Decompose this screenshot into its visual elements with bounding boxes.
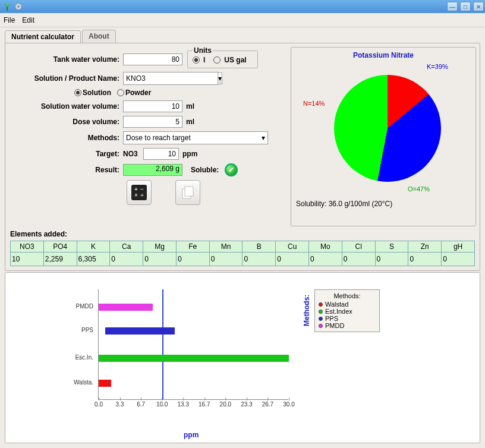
label-solution-volume-unit: ml [186, 102, 194, 111]
elements-header: S [375, 241, 408, 253]
tab-bar: Nutrient calculator About [5, 30, 480, 43]
solubility-text: Solubility: 36.0 g/100ml (20°C) [291, 197, 475, 210]
elements-cell: 0 [143, 253, 177, 266]
reference-line [162, 289, 163, 399]
methods-select[interactable]: Dose to reach target ▾ [123, 131, 268, 144]
label-target-unit: ppm [182, 150, 197, 158]
elements-header: Mn [209, 241, 242, 253]
tank-volume-input[interactable] [123, 53, 182, 65]
method-bar [99, 355, 289, 362]
radio-unit-usgal[interactable] [213, 56, 221, 64]
elements-cell: 0 [176, 253, 209, 266]
pie-label-k: K=39% [427, 63, 448, 70]
legend-swatch [319, 324, 323, 328]
composition-panel: Potassium Nitrate K=39% N=14% O=47% Solu… [291, 47, 476, 226]
menu-bar: File Edit [0, 13, 485, 27]
x-tick: 0.0 [95, 401, 103, 408]
x-tick: 10.0 [156, 401, 168, 408]
legend-label: Est.Index [325, 308, 352, 315]
product-dropdown-button[interactable]: ▾ [218, 72, 222, 84]
elements-cell: 0 [442, 253, 475, 266]
app-icon [2, 2, 12, 11]
elements-cell: 0 [209, 253, 242, 266]
methods-chart-panel: 0.03.36.710.013.316.720.023.326.730.0PMD… [5, 272, 480, 443]
methods-legend: Methods: WalstadEst.IndexPPSPMDD [314, 289, 380, 332]
legend-swatch [319, 310, 323, 314]
elements-cell: 0 [110, 253, 143, 266]
label-tank-volume: Tank water volume: [10, 55, 123, 64]
elements-cell: 0 [276, 253, 309, 266]
minimize-button[interactable]: — [447, 2, 458, 11]
product-input[interactable] [124, 72, 218, 84]
method-bar-label: PPS [70, 327, 93, 333]
label-result: Result: [10, 166, 123, 174]
svg-rect-3 [185, 187, 193, 196]
legend-item: PMDD [319, 322, 376, 329]
label-unit-l: l [203, 56, 205, 64]
radio-type-powder[interactable] [117, 89, 124, 96]
settings-icon [14, 2, 23, 11]
elements-header: B [242, 241, 276, 253]
tab-nutrient-calculator[interactable]: Nutrient calculator [5, 30, 81, 43]
elements-added-title: Elements added: [10, 230, 67, 238]
units-group: Units l US gal [187, 51, 258, 68]
legend-item: Est.Index [319, 308, 376, 315]
tab-about[interactable]: About [82, 30, 116, 43]
close-button[interactable]: ✕ [473, 2, 484, 11]
soluble-ok-icon: ✔ [225, 163, 238, 176]
elements-header: Cl [342, 241, 375, 253]
menu-edit[interactable]: Edit [22, 16, 34, 24]
label-dose-volume-unit: ml [186, 118, 194, 126]
methods-selected-value: Dose to reach target [126, 134, 191, 142]
x-tick: 3.3 [116, 401, 124, 408]
legend-label: PMDD [325, 322, 344, 329]
elements-cell: 6,305 [77, 253, 110, 266]
maximize-button[interactable]: □ [460, 2, 471, 11]
method-bar [105, 327, 175, 335]
method-bar-label: Walsta. [70, 379, 93, 386]
elements-table: NO3PO4KCaMgFeMnBCuMoClSZngH 102,2596,305… [10, 241, 475, 266]
elements-cell: 0 [309, 253, 342, 266]
label-unit-usgal: US gal [224, 56, 246, 64]
pie-label-n: N=14% [303, 100, 325, 107]
x-tick: 16.7 [199, 401, 210, 408]
method-bar [99, 304, 153, 311]
solution-volume-input[interactable] [123, 100, 182, 112]
elements-header: Mo [309, 241, 342, 253]
svg-point-1 [17, 5, 20, 8]
legend-label: PPS [325, 315, 338, 322]
pie-title: Potassium Nitrate [291, 48, 475, 61]
elements-header: NO3 [11, 241, 44, 253]
chevron-down-icon: ▾ [262, 134, 265, 142]
menu-file[interactable]: File [4, 16, 15, 24]
legend-swatch [319, 317, 323, 321]
x-tick: 20.0 [220, 401, 231, 408]
elements-cell: 0 [408, 253, 442, 266]
calculate-button[interactable]: +−×÷ [127, 180, 152, 205]
elements-header: Mg [143, 241, 177, 253]
x-tick: 26.7 [262, 401, 273, 408]
copy-button[interactable] [175, 180, 200, 205]
radio-type-solution[interactable] [74, 89, 81, 96]
methods-chart-xlabel: ppm [184, 431, 199, 439]
elements-header: Zn [408, 241, 442, 253]
method-bar [99, 380, 111, 387]
elements-header: Cu [276, 241, 309, 253]
legend-item: Walstad [319, 301, 376, 308]
dose-volume-input[interactable] [123, 116, 182, 128]
label-dose-volume: Dose volume: [10, 118, 123, 126]
legend-title: Methods: [319, 292, 376, 299]
elements-header: Fe [176, 241, 209, 253]
label-solution-volume: Solution water volume: [10, 102, 123, 111]
result-value: 2,609 g [123, 164, 182, 176]
legend-item: PPS [319, 315, 376, 322]
product-combobox[interactable]: ▾ [123, 72, 218, 85]
radio-unit-l[interactable] [193, 56, 200, 64]
target-value-input[interactable] [143, 148, 179, 160]
elements-cell: 10 [11, 253, 44, 266]
legend-label: Walstad [325, 301, 348, 308]
x-tick: 6.7 [137, 401, 145, 408]
label-target: Target: [10, 150, 123, 158]
label-methods: Methods: [10, 134, 123, 142]
elements-cell: 0 [342, 253, 375, 266]
